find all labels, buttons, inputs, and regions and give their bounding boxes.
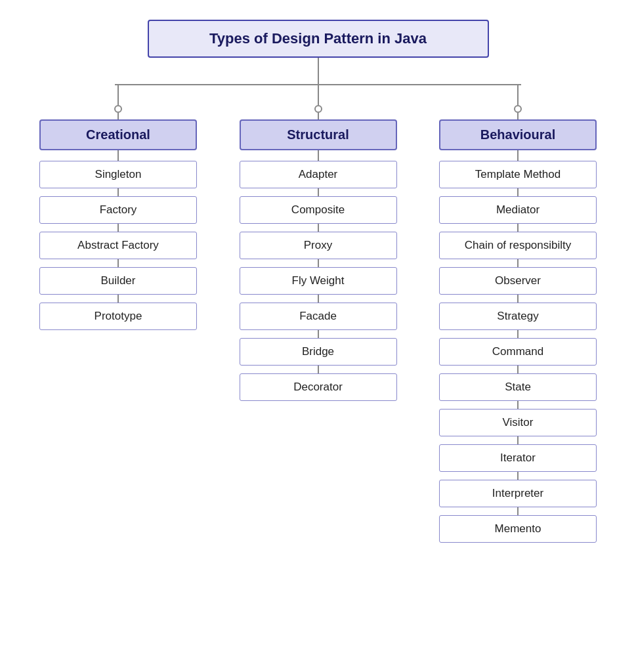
root-title: Types of Design Pattern in Java: [209, 30, 427, 47]
root-line-down: [318, 58, 319, 84]
item-observer: Observer: [439, 267, 597, 295]
creational-line-down: [117, 85, 119, 105]
item-builder: Builder: [39, 267, 197, 295]
creational-circle: [114, 105, 122, 113]
creational-header: Creational: [39, 119, 197, 150]
structural-circle: [314, 105, 322, 113]
creational-line-down2: [117, 113, 119, 119]
item-state: State: [439, 373, 597, 401]
item-singleton: Singleton: [39, 161, 197, 188]
behavioural-header: Behavioural: [439, 119, 597, 150]
root-title-box: Types of Design Pattern in Java: [148, 20, 489, 58]
item-prototype: Prototype: [39, 303, 197, 330]
behavioural-circle: [514, 105, 522, 113]
item-facade: Facade: [240, 303, 397, 330]
item-bridge: Bridge: [240, 338, 397, 366]
creational-column: Creational Singleton Factory Abstract Fa…: [20, 85, 217, 330]
branches-row: Creational Singleton Factory Abstract Fa…: [13, 85, 623, 543]
diagram-container: Types of Design Pattern in Java Creation…: [13, 20, 623, 543]
item-proxy: Proxy: [240, 232, 397, 259]
h-bar-area: [13, 84, 623, 85]
item-iterator: Iterator: [439, 444, 597, 472]
item-factory: Factory: [39, 196, 197, 224]
item-decorator: Decorator: [240, 373, 397, 401]
item-interpreter: Interpreter: [439, 480, 597, 507]
item-visitor: Visitor: [439, 409, 597, 436]
item-adapter: Adapter: [240, 161, 397, 188]
item-composite: Composite: [240, 196, 397, 224]
h-bar: [115, 84, 521, 85]
item-template-method: Template Method: [439, 161, 597, 188]
item-chain-of-responsibility: Chain of responsibilty: [439, 232, 597, 259]
behavioural-column: Behavioural Template Method Mediator Cha…: [419, 85, 616, 543]
structural-column: Structural Adapter Composite Proxy Fly W…: [220, 85, 417, 401]
structural-header: Structural: [240, 119, 397, 150]
item-mediator: Mediator: [439, 196, 597, 224]
item-abstract-factory: Abstract Factory: [39, 232, 197, 259]
item-command: Command: [439, 338, 597, 366]
item-memento: Memento: [439, 515, 597, 543]
item-strategy: Strategy: [439, 303, 597, 330]
item-flyweight: Fly Weight: [240, 267, 397, 295]
